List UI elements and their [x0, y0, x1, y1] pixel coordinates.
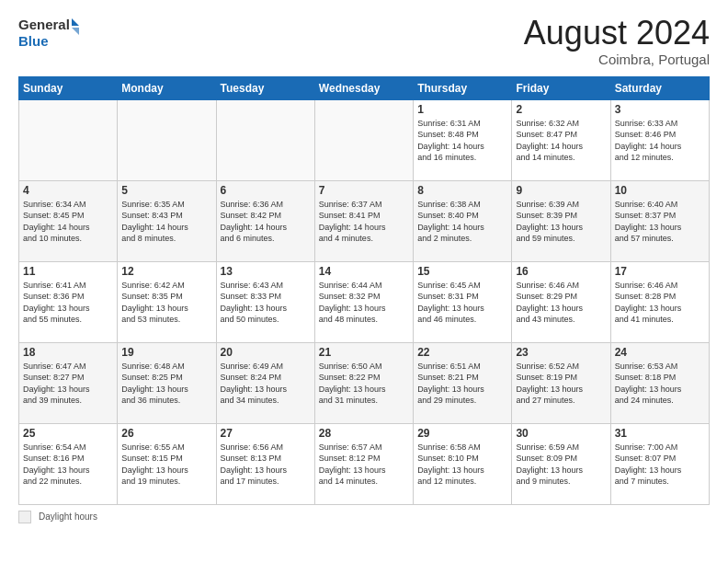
day-cell: 6Sunrise: 6:36 AM Sunset: 8:42 PM Daylig… [216, 180, 314, 261]
day-cell: 23Sunrise: 6:52 AM Sunset: 8:19 PM Dayli… [512, 342, 610, 423]
day-number: 5 [121, 184, 211, 197]
footer: Daylight hours [18, 511, 710, 523]
weekday-header-monday: Monday [118, 76, 216, 99]
day-info: Sunrise: 6:44 AM Sunset: 8:32 PM Dayligh… [319, 281, 386, 325]
week-row-2: 4Sunrise: 6:34 AM Sunset: 8:45 PM Daylig… [19, 180, 710, 261]
day-info: Sunrise: 6:46 AM Sunset: 8:29 PM Dayligh… [516, 281, 583, 325]
day-cell [118, 99, 216, 180]
day-number: 13 [221, 265, 311, 278]
day-number: 11 [23, 265, 113, 278]
day-info: Sunrise: 6:41 AM Sunset: 8:36 PM Dayligh… [23, 281, 90, 325]
day-cell: 31Sunrise: 7:00 AM Sunset: 8:07 PM Dayli… [610, 423, 709, 504]
day-cell: 20Sunrise: 6:49 AM Sunset: 8:24 PM Dayli… [216, 342, 314, 423]
week-row-3: 11Sunrise: 6:41 AM Sunset: 8:36 PM Dayli… [19, 261, 710, 342]
day-info: Sunrise: 6:31 AM Sunset: 8:48 PM Dayligh… [417, 119, 484, 163]
day-info: Sunrise: 6:40 AM Sunset: 8:37 PM Dayligh… [615, 200, 682, 244]
day-number: 12 [121, 265, 211, 278]
day-number: 2 [516, 103, 606, 116]
day-info: Sunrise: 6:46 AM Sunset: 8:28 PM Dayligh… [615, 281, 682, 325]
day-cell: 22Sunrise: 6:51 AM Sunset: 8:21 PM Dayli… [414, 342, 512, 423]
weekday-header-sunday: Sunday [19, 76, 118, 99]
day-number: 25 [23, 427, 113, 440]
day-number: 20 [221, 346, 311, 359]
day-number: 10 [615, 184, 705, 197]
day-cell: 2Sunrise: 6:32 AM Sunset: 8:47 PM Daylig… [512, 99, 610, 180]
legend-label: Daylight hours [39, 511, 97, 522]
title-block: August 2024 Coimbra, Portugal [524, 15, 710, 67]
month-year-title: August 2024 [524, 15, 710, 52]
day-cell: 17Sunrise: 6:46 AM Sunset: 8:28 PM Dayli… [610, 261, 709, 342]
day-number: 22 [417, 346, 507, 359]
day-cell: 3Sunrise: 6:33 AM Sunset: 8:46 PM Daylig… [610, 99, 709, 180]
day-number: 29 [417, 427, 507, 440]
svg-marker-3 [72, 28, 79, 35]
location-subtitle: Coimbra, Portugal [524, 52, 710, 67]
day-cell: 7Sunrise: 6:37 AM Sunset: 8:41 PM Daylig… [314, 180, 413, 261]
svg-text:Blue: Blue [18, 33, 49, 49]
svg-marker-2 [72, 18, 79, 26]
weekday-header-row: SundayMondayTuesdayWednesdayThursdayFrid… [19, 76, 710, 99]
day-cell: 1Sunrise: 6:31 AM Sunset: 8:48 PM Daylig… [414, 99, 512, 180]
day-info: Sunrise: 6:37 AM Sunset: 8:41 PM Dayligh… [319, 200, 386, 244]
weekday-header-thursday: Thursday [414, 76, 512, 99]
day-number: 30 [516, 427, 606, 440]
weekday-header-saturday: Saturday [610, 76, 709, 99]
day-cell: 30Sunrise: 6:59 AM Sunset: 8:09 PM Dayli… [512, 423, 610, 504]
week-row-4: 18Sunrise: 6:47 AM Sunset: 8:27 PM Dayli… [19, 342, 710, 423]
day-cell [19, 99, 118, 180]
day-number: 4 [23, 184, 113, 197]
day-cell: 5Sunrise: 6:35 AM Sunset: 8:43 PM Daylig… [118, 180, 216, 261]
day-cell: 27Sunrise: 6:56 AM Sunset: 8:13 PM Dayli… [216, 423, 314, 504]
day-info: Sunrise: 6:34 AM Sunset: 8:45 PM Dayligh… [23, 200, 90, 244]
day-number: 6 [221, 184, 311, 197]
day-number: 3 [615, 103, 705, 116]
day-cell: 9Sunrise: 6:39 AM Sunset: 8:39 PM Daylig… [512, 180, 610, 261]
day-info: Sunrise: 6:55 AM Sunset: 8:15 PM Dayligh… [121, 442, 188, 487]
logo-svg: General Blue [18, 15, 83, 52]
day-info: Sunrise: 6:49 AM Sunset: 8:24 PM Dayligh… [221, 362, 288, 406]
day-cell: 15Sunrise: 6:45 AM Sunset: 8:31 PM Dayli… [414, 261, 512, 342]
day-number: 18 [23, 346, 113, 359]
day-cell: 16Sunrise: 6:46 AM Sunset: 8:29 PM Dayli… [512, 261, 610, 342]
day-info: Sunrise: 6:36 AM Sunset: 8:42 PM Dayligh… [221, 200, 288, 244]
day-info: Sunrise: 6:59 AM Sunset: 8:09 PM Dayligh… [516, 442, 583, 487]
day-info: Sunrise: 6:42 AM Sunset: 8:35 PM Dayligh… [121, 281, 188, 325]
day-number: 24 [615, 346, 705, 359]
day-cell: 19Sunrise: 6:48 AM Sunset: 8:25 PM Dayli… [118, 342, 216, 423]
day-info: Sunrise: 6:38 AM Sunset: 8:40 PM Dayligh… [417, 200, 484, 244]
day-number: 8 [417, 184, 507, 197]
day-info: Sunrise: 6:50 AM Sunset: 8:22 PM Dayligh… [319, 362, 386, 406]
day-number: 1 [417, 103, 507, 116]
day-info: Sunrise: 7:00 AM Sunset: 8:07 PM Dayligh… [615, 442, 682, 487]
day-number: 15 [417, 265, 507, 278]
legend-box [18, 511, 31, 523]
day-number: 21 [319, 346, 409, 359]
day-info: Sunrise: 6:58 AM Sunset: 8:10 PM Dayligh… [417, 442, 484, 487]
day-number: 28 [319, 427, 409, 440]
day-info: Sunrise: 6:33 AM Sunset: 8:46 PM Dayligh… [615, 119, 682, 163]
day-info: Sunrise: 6:47 AM Sunset: 8:27 PM Dayligh… [23, 362, 90, 406]
day-cell: 11Sunrise: 6:41 AM Sunset: 8:36 PM Dayli… [19, 261, 118, 342]
header: General Blue August 2024 Coimbra, Portug… [18, 15, 710, 67]
day-cell: 21Sunrise: 6:50 AM Sunset: 8:22 PM Dayli… [314, 342, 413, 423]
day-cell: 12Sunrise: 6:42 AM Sunset: 8:35 PM Dayli… [118, 261, 216, 342]
day-cell: 13Sunrise: 6:43 AM Sunset: 8:33 PM Dayli… [216, 261, 314, 342]
day-cell: 8Sunrise: 6:38 AM Sunset: 8:40 PM Daylig… [414, 180, 512, 261]
day-cell: 10Sunrise: 6:40 AM Sunset: 8:37 PM Dayli… [610, 180, 709, 261]
day-number: 23 [516, 346, 606, 359]
day-number: 31 [615, 427, 705, 440]
day-cell: 4Sunrise: 6:34 AM Sunset: 8:45 PM Daylig… [19, 180, 118, 261]
day-info: Sunrise: 6:48 AM Sunset: 8:25 PM Dayligh… [121, 362, 188, 406]
weekday-header-tuesday: Tuesday [216, 76, 314, 99]
day-info: Sunrise: 6:56 AM Sunset: 8:13 PM Dayligh… [221, 442, 288, 487]
day-number: 26 [121, 427, 211, 440]
day-info: Sunrise: 6:45 AM Sunset: 8:31 PM Dayligh… [417, 281, 484, 325]
week-row-1: 1Sunrise: 6:31 AM Sunset: 8:48 PM Daylig… [19, 99, 710, 180]
day-cell: 29Sunrise: 6:58 AM Sunset: 8:10 PM Dayli… [414, 423, 512, 504]
day-cell: 24Sunrise: 6:53 AM Sunset: 8:18 PM Dayli… [610, 342, 709, 423]
logo: General Blue [18, 15, 83, 52]
day-info: Sunrise: 6:39 AM Sunset: 8:39 PM Dayligh… [516, 200, 583, 244]
day-number: 17 [615, 265, 705, 278]
weekday-header-wednesday: Wednesday [314, 76, 413, 99]
day-info: Sunrise: 6:32 AM Sunset: 8:47 PM Dayligh… [516, 119, 583, 163]
